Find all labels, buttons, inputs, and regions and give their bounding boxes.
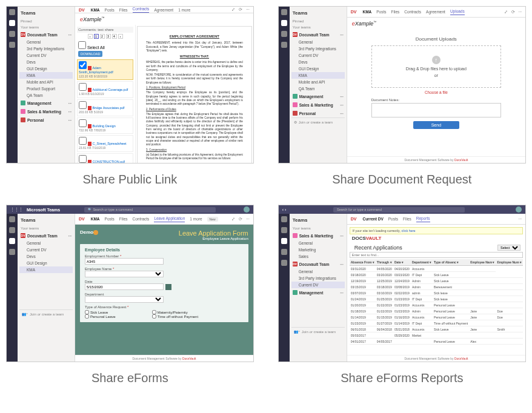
tab-uploads[interactable]: Uploads bbox=[450, 9, 465, 15]
table-row[interactable]: 01/23/201901/27/201901/14/2019IT DeptTim… bbox=[350, 320, 523, 326]
calendar-icon[interactable] bbox=[165, 284, 171, 290]
page-3[interactable]: 3 bbox=[106, 34, 111, 39]
team-sales[interactable]: Sales & Marketing··· bbox=[19, 107, 73, 116]
channel[interactable]: 3rd Party Integrations bbox=[19, 45, 73, 52]
leave-form: Demo Leave Application Form Employee Lea… bbox=[75, 225, 253, 355]
dv-logo: DV bbox=[79, 8, 85, 12]
table-row[interactable]: 12/19/201912/25/201912/24/2019AdminSick … bbox=[350, 278, 523, 284]
file-item[interactable]: Building Design722.96 KB 7/8/2019 bbox=[77, 117, 133, 134]
tab-reports[interactable]: Reports bbox=[416, 216, 430, 222]
avatar[interactable] bbox=[516, 206, 522, 213]
choose-file-link[interactable]: Choose a file bbox=[371, 90, 501, 94]
click-here-link[interactable]: click here bbox=[401, 229, 415, 233]
channel[interactable]: Product Support bbox=[19, 85, 73, 92]
refresh-icon[interactable]: ⟳ bbox=[239, 7, 242, 12]
page-1[interactable]: 1 bbox=[94, 34, 99, 39]
channel[interactable]: QA Team bbox=[19, 92, 73, 99]
activity-icon[interactable] bbox=[9, 9, 15, 15]
channel[interactable]: GUI Design bbox=[19, 65, 73, 72]
channel[interactable]: Mobile and API bbox=[19, 79, 73, 85]
channel-name: KMA bbox=[91, 8, 100, 12]
file-item[interactable]: CONSTRUCTION.pdf121.43 KB 9/2019 bbox=[77, 153, 133, 164]
dropzone[interactable]: Drag & Drop files here to upload or bbox=[371, 45, 501, 88]
col-header[interactable]: Employee Nam ▾ bbox=[469, 259, 496, 266]
chk-sick[interactable] bbox=[85, 310, 89, 314]
tab-leave-application[interactable]: Leave Application bbox=[154, 216, 185, 222]
more-icon[interactable]: ··· bbox=[246, 7, 249, 12]
chat-icon[interactable] bbox=[281, 20, 287, 26]
tab-contracts[interactable]: Contracts bbox=[133, 7, 150, 13]
chk-timeoff[interactable] bbox=[152, 314, 156, 319]
select-all-checkbox[interactable] bbox=[78, 41, 86, 49]
table-row[interactable]: 04/01/201704/05/2017Personal LeaveAlex bbox=[350, 339, 523, 345]
chk-maternity[interactable] bbox=[152, 310, 156, 314]
channel[interactable]: Current DV bbox=[19, 52, 73, 59]
search-input[interactable]: 🔍 Search or type a command bbox=[84, 207, 216, 213]
teams-icon[interactable] bbox=[281, 31, 287, 37]
files-icon[interactable] bbox=[9, 42, 15, 48]
chk-personal[interactable] bbox=[85, 314, 89, 319]
tab-files[interactable]: Files bbox=[119, 8, 128, 12]
channel[interactable]: Devs bbox=[19, 59, 73, 65]
avatar[interactable] bbox=[244, 206, 250, 213]
join-create-team[interactable]: 👥⁺Join or create a team bbox=[19, 309, 73, 318]
table-row[interactable]: 03/18/202003/20/202003/23/2020IT DeptSic… bbox=[350, 272, 523, 278]
teams-sidebar: Teams Pinned Your teams DVDocuvault Team… bbox=[290, 7, 347, 163]
col-header[interactable]: Department ▾ bbox=[411, 259, 433, 266]
file-item[interactable]: Adam Smith_Employment.pdf123.20 KB 9/18/… bbox=[77, 59, 133, 80]
table-row[interactable]: 03/07/201903/10/201902/22/2019adminSick … bbox=[350, 290, 523, 296]
pagination: ‹ 1 2 3 4 › bbox=[77, 33, 133, 40]
page-prev[interactable]: ‹ bbox=[88, 34, 93, 39]
recent-heading: Recent Applications bbox=[352, 243, 405, 252]
emp-number-input[interactable] bbox=[85, 258, 164, 265]
team-docuvault[interactable]: DVDocuvault Team··· bbox=[291, 30, 345, 39]
table-row[interactable]: 01/24/201901/25/201901/23/2019IT DeptSic… bbox=[350, 296, 523, 302]
select-dropdown[interactable]: Select bbox=[497, 245, 520, 251]
table-row[interactable]: 06/01/201806/04/201805/21/2018AccountsSi… bbox=[350, 326, 523, 332]
table-row[interactable]: 01/14/201901/15/201901/16/2019AccountsPe… bbox=[350, 314, 523, 320]
tab-posts[interactable]: Posts bbox=[105, 8, 115, 12]
table-row[interactable]: 05/03/201705/29/2020Market bbox=[350, 332, 523, 339]
table-search[interactable] bbox=[350, 252, 523, 258]
tab-more[interactable]: 1 more bbox=[178, 8, 190, 12]
col-header[interactable]: Absence From ▾ bbox=[350, 259, 376, 266]
col-header[interactable]: Employee Num ▾ bbox=[496, 259, 523, 266]
activity-icon[interactable] bbox=[281, 9, 287, 15]
team-docuvault[interactable]: DVDocuvault Team··· bbox=[19, 30, 73, 39]
teams-header: Teams bbox=[19, 9, 73, 18]
search-input[interactable]: Search for or type a command bbox=[333, 207, 465, 213]
page-2[interactable]: 2 bbox=[100, 34, 105, 39]
dept-select[interactable] bbox=[85, 296, 164, 303]
date-input[interactable] bbox=[85, 283, 164, 290]
page-4[interactable]: 4 bbox=[112, 34, 117, 39]
table-row[interactable]: 03/31/202004/05/202004/20/2020Accounts bbox=[350, 266, 523, 272]
teams-icon[interactable] bbox=[9, 31, 15, 37]
notes-textarea[interactable] bbox=[371, 103, 501, 117]
reports-table: Absence From ▾Through ▾Date ▾Department … bbox=[350, 259, 523, 345]
emp-name-select[interactable] bbox=[85, 271, 164, 277]
page-next[interactable]: › bbox=[118, 34, 123, 39]
channel[interactable]: General bbox=[19, 39, 73, 45]
team-management[interactable]: Management··· bbox=[19, 99, 73, 107]
col-header[interactable]: Date ▾ bbox=[393, 259, 411, 266]
chat-icon[interactable] bbox=[9, 20, 15, 26]
expand-icon[interactable]: ⤢ bbox=[231, 7, 235, 12]
join-create-team[interactable]: ⚙Join or create a team bbox=[291, 117, 345, 126]
upload-title: Document Uploads bbox=[371, 36, 501, 42]
download-button[interactable]: DOWNLOAD bbox=[78, 51, 102, 57]
file-item[interactable]: C_Street_Spreadsheet23.81 KB 7/16/2019 bbox=[77, 135, 133, 152]
file-item[interactable]: Additional Coverage.pdf1.90 KB 6/10/2019 bbox=[77, 81, 133, 98]
table-row[interactable]: 01/18/201901/22/201901/23/2019AdminPerso… bbox=[350, 308, 523, 314]
join-create-team[interactable]: 👥⁺Join or create a team bbox=[291, 327, 345, 335]
channel-kma[interactable]: KMA bbox=[19, 72, 73, 79]
files-icon[interactable] bbox=[281, 42, 287, 48]
col-header[interactable]: Through ▾ bbox=[376, 259, 393, 266]
tab-agreement[interactable]: Agreement bbox=[154, 8, 173, 12]
send-button[interactable]: Send bbox=[413, 121, 459, 129]
file-item[interactable]: Bridge Associates.pdf203.03 KB 5/2019 bbox=[77, 99, 133, 116]
upload-icon bbox=[432, 56, 441, 64]
col-header[interactable]: Type of Absenc ▾ bbox=[433, 259, 469, 266]
table-row[interactable]: 03/15/201903/18/201903/08/2019AdminBerea… bbox=[350, 284, 523, 290]
table-row[interactable]: 01/20/201901/22/201901/23/2019AccountsPe… bbox=[350, 302, 523, 308]
team-personal[interactable]: Personal··· bbox=[19, 116, 73, 124]
